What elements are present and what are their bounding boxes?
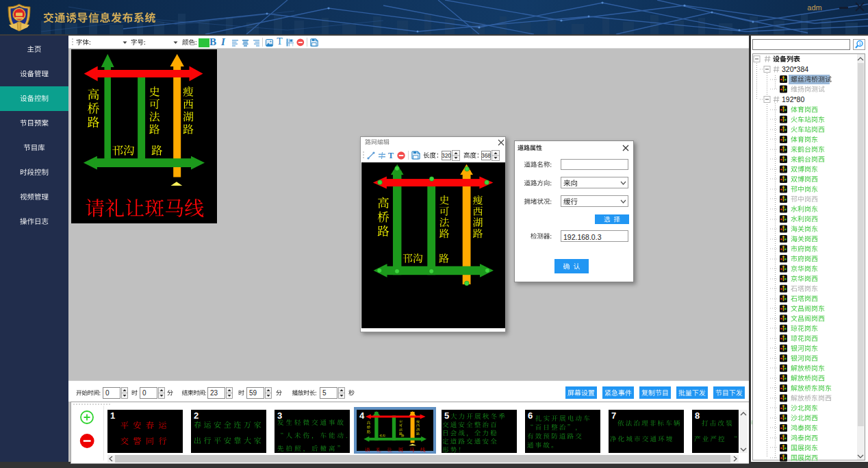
svg-text:3: 3 [859, 42, 862, 46]
